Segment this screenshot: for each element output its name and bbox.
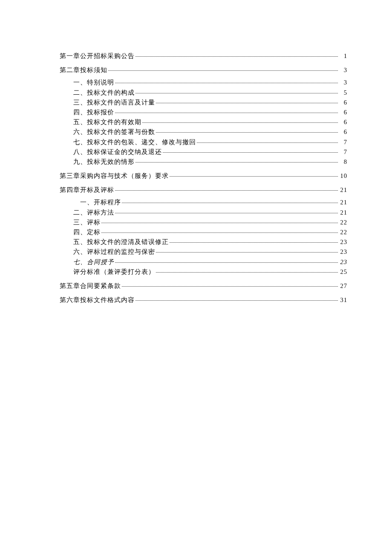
table-of-contents: 第一章公开招标采购公告1第二章投标须知3一、特别说明3二、投标文件的构成5三、投… — [60, 51, 347, 305]
toc-entry: 第二章投标须知3 — [60, 65, 347, 75]
toc-entry: 七、投标文件的包装、递交、修改与撤回7 — [60, 137, 347, 147]
toc-page-number: 7 — [339, 147, 347, 157]
toc-entry: 二、评标方法21 — [60, 208, 347, 218]
toc-page-number: 5 — [339, 88, 347, 98]
toc-page-number: 1 — [339, 51, 347, 61]
toc-leader-dots — [163, 152, 338, 153]
toc-label: 四、定标 — [73, 227, 101, 237]
toc-leader-dots — [122, 286, 338, 287]
toc-page-number: 31 — [339, 295, 347, 305]
toc-leader-dots — [156, 103, 338, 103]
toc-label: 九、投标无效的情形 — [73, 157, 135, 167]
toc-page-number: 21 — [339, 185, 347, 195]
toc-leader-dots — [156, 252, 338, 253]
toc-leader-dots — [122, 203, 338, 203]
toc-page-number: 25 — [339, 267, 347, 277]
toc-leader-dots — [170, 176, 338, 177]
toc-label: 六、评标过程的监控与保密 — [73, 247, 155, 257]
toc-leader-dots — [170, 242, 338, 243]
toc-entry: 第四章开标及评标21 — [60, 185, 347, 195]
toc-entry: 五、投标文件的澄清及错误修正23 — [60, 237, 347, 247]
toc-leader-dots — [115, 113, 338, 113]
toc-leader-dots — [135, 300, 338, 301]
toc-leader-dots — [156, 132, 338, 133]
toc-leader-dots — [108, 70, 338, 71]
toc-page-number: 6 — [339, 98, 347, 108]
toc-page-number: 3 — [339, 78, 347, 87]
toc-leader-dots — [135, 56, 338, 57]
toc-label: 一、特别说明 — [73, 78, 114, 87]
toc-page-number: 23 — [339, 257, 347, 267]
toc-leader-dots — [142, 122, 338, 123]
toc-label: 评分标准（兼评委打分表） — [73, 267, 155, 277]
toc-label: 八、投标保证金的交纳及退还 — [73, 147, 162, 157]
toc-label: 二、投标文件的构成 — [73, 88, 135, 98]
toc-entry: 四、定标22 — [60, 227, 347, 237]
toc-leader-dots — [115, 83, 338, 83]
toc-entry: 第三章采购内容与技术（服务）要求10 — [60, 171, 347, 181]
toc-leader-dots — [115, 213, 338, 213]
toc-page-number: 6 — [339, 127, 347, 137]
toc-page-number: 21 — [339, 208, 347, 218]
toc-leader-dots — [101, 232, 338, 233]
toc-entry: 评分标准（兼评委打分表）25 — [60, 267, 347, 277]
toc-label: 七、合同授予 — [73, 257, 114, 267]
toc-leader-dots — [101, 223, 338, 223]
toc-entry: 三、评标22 — [60, 218, 347, 227]
toc-label: 第三章采购内容与技术（服务）要求 — [60, 171, 169, 181]
toc-entry: 二、投标文件的构成5 — [60, 88, 347, 98]
toc-label: 二、评标方法 — [73, 208, 114, 218]
toc-page-number: 23 — [339, 237, 347, 247]
toc-label: 第四章开标及评标 — [60, 185, 114, 195]
toc-label: 第一章公开招标采购公告 — [60, 51, 135, 61]
toc-label: 三、评标 — [73, 218, 101, 227]
toc-entry: 三、投标文件的语言及计量6 — [60, 98, 347, 108]
toc-entry: 七、合同授予23 — [60, 257, 347, 267]
toc-label: 六、投标文件的签署与份数 — [73, 127, 155, 137]
toc-page-number: 21 — [339, 198, 347, 207]
toc-label: 五、投标文件的有效期 — [73, 117, 141, 127]
toc-label: 第六章投标文件格式内容 — [60, 295, 135, 305]
toc-entry: 五、投标文件的有效期6 — [60, 117, 347, 127]
toc-page-number: 6 — [339, 108, 347, 117]
toc-leader-dots — [156, 272, 338, 273]
toc-entry: 一、特别说明3 — [60, 78, 347, 87]
toc-page-number: 22 — [339, 218, 347, 227]
toc-entry: 第五章合同要紧条款27 — [60, 281, 347, 291]
toc-page-number: 27 — [339, 281, 347, 291]
toc-label: 五、投标文件的澄清及错误修正 — [73, 237, 169, 247]
toc-page-number: 6 — [339, 117, 347, 127]
toc-page-number: 23 — [339, 247, 347, 257]
toc-leader-dots — [115, 190, 338, 191]
toc-page-number: 10 — [339, 171, 347, 181]
toc-label: 四、投标报价 — [73, 108, 114, 117]
toc-entry: 六、投标文件的签署与份数6 — [60, 127, 347, 137]
toc-entry: 第一章公开招标采购公告1 — [60, 51, 347, 61]
toc-entry: 八、投标保证金的交纳及退还7 — [60, 147, 347, 157]
toc-page-number: 3 — [339, 65, 347, 75]
toc-label: 七、投标文件的包装、递交、修改与撤回 — [73, 137, 196, 147]
toc-entry: 一、开标程序21 — [60, 198, 347, 207]
toc-leader-dots — [135, 162, 338, 163]
toc-label: 一、开标程序 — [80, 198, 121, 207]
toc-entry: 九、投标无效的情形8 — [60, 157, 347, 167]
toc-leader-dots — [197, 142, 338, 143]
toc-leader-dots — [135, 93, 338, 93]
toc-entry: 第六章投标文件格式内容31 — [60, 295, 347, 305]
toc-leader-dots — [115, 262, 338, 263]
toc-page-number: 22 — [339, 227, 347, 237]
toc-label: 第二章投标须知 — [60, 65, 107, 75]
toc-label: 三、投标文件的语言及计量 — [73, 98, 155, 108]
toc-page-number: 8 — [339, 157, 347, 167]
toc-page-number: 7 — [339, 137, 347, 147]
toc-label: 第五章合同要紧条款 — [60, 281, 121, 291]
toc-entry: 六、评标过程的监控与保密23 — [60, 247, 347, 257]
toc-entry: 四、投标报价6 — [60, 108, 347, 117]
